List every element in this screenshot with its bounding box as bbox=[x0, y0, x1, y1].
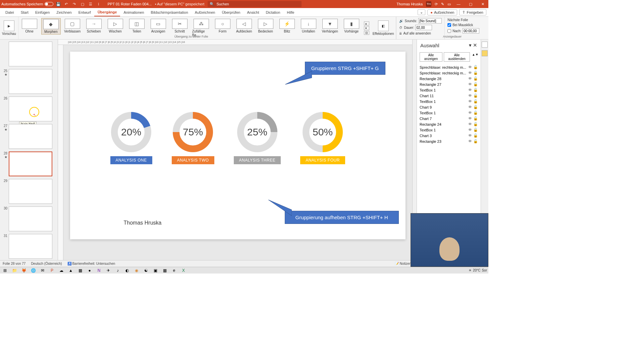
redo-icon[interactable]: ↷ bbox=[72, 2, 77, 6]
selection-item[interactable]: Chart 3👁🔓 bbox=[420, 133, 478, 138]
lock-icon[interactable]: 🔓 bbox=[473, 65, 478, 69]
side-btn-1[interactable] bbox=[482, 42, 488, 48]
explorer-icon[interactable]: 📁 bbox=[11, 267, 18, 274]
selection-item[interactable]: Chart 7👁🔓 bbox=[420, 116, 478, 121]
transition-verhängen[interactable]: ▼Verhängen bbox=[320, 18, 340, 34]
transition-morphen[interactable]: ◆Morphen bbox=[41, 18, 61, 35]
app-icon-1[interactable]: ☁ bbox=[58, 267, 65, 274]
app-icon-9[interactable]: ▦ bbox=[161, 267, 168, 274]
lock-icon[interactable]: 🔓 bbox=[473, 139, 478, 143]
selection-item[interactable]: Rectangle 23👁🔓 bbox=[420, 138, 478, 144]
selection-item[interactable]: Rectangle 27👁🔓 bbox=[420, 81, 478, 87]
share-button[interactable]: ⇪ Freigeben bbox=[459, 9, 486, 15]
selection-item[interactable]: TextBox 1👁🔓 bbox=[420, 87, 478, 93]
visibility-icon[interactable]: 👁 bbox=[468, 105, 472, 109]
visibility-icon[interactable]: 👁 bbox=[468, 65, 472, 69]
excel-icon[interactable]: X bbox=[180, 267, 187, 274]
callout-ungroup[interactable]: Gruppierung aufheben STRG +SHIFT+ H bbox=[285, 211, 399, 224]
tab-datei[interactable]: Datei bbox=[2, 8, 17, 16]
tab-animationen[interactable]: Animationen bbox=[120, 8, 147, 16]
app-icon-3[interactable]: ● bbox=[86, 267, 93, 274]
visibility-icon[interactable]: 👁 bbox=[468, 88, 472, 92]
slide-thumbnail[interactable]: 29 bbox=[2, 179, 56, 204]
selection-item[interactable]: Chart 9👁🔓 bbox=[420, 104, 478, 110]
selpane-dropdown-icon[interactable]: ▾ bbox=[469, 42, 472, 48]
user-avatar[interactable]: TH bbox=[426, 1, 431, 7]
lock-icon[interactable]: 🔓 bbox=[473, 105, 478, 109]
telegram-icon[interactable]: ✈ bbox=[105, 267, 112, 274]
lock-icon[interactable]: 🔓 bbox=[473, 88, 478, 92]
tab-start[interactable]: Start bbox=[17, 8, 32, 16]
callout-group[interactable]: Gruppieren STRG +SHIFT+ G bbox=[305, 62, 385, 75]
edge-icon[interactable]: e bbox=[170, 267, 178, 274]
selection-item[interactable]: Chart 11👁🔓 bbox=[420, 93, 478, 99]
tab-bildschirmpräsentation[interactable]: Bildschirmpräsentation bbox=[148, 8, 192, 16]
coming-soon-icon[interactable]: ✎ bbox=[441, 2, 444, 6]
weather-widget[interactable]: ☀ 20°C Sor bbox=[469, 268, 487, 272]
app-icon-6[interactable]: ◉ bbox=[133, 267, 140, 274]
app-icon-2[interactable]: ▦ bbox=[76, 267, 84, 274]
donut-chart[interactable]: 50%ANALYSIS FOUR bbox=[300, 112, 345, 164]
effect-options[interactable]: ◧ Effektoptionen bbox=[371, 17, 396, 39]
transition-umfallen[interactable]: ↓Umfallen bbox=[299, 18, 318, 34]
selection-item[interactable]: Rectangle 28👁🔓 bbox=[420, 76, 478, 81]
search-input[interactable]: 🔍 Suchen bbox=[208, 1, 302, 7]
visibility-icon[interactable]: 👁 bbox=[468, 99, 472, 104]
maximize-button[interactable]: ▢ bbox=[466, 2, 475, 6]
app-icon-5[interactable]: ◐ bbox=[123, 267, 131, 274]
selection-item[interactable]: Rectangle 24👁🔓 bbox=[420, 121, 478, 127]
reorder-down-icon[interactable]: ▾ bbox=[476, 52, 478, 62]
slide-thumbnail[interactable]: 25★ bbox=[2, 69, 56, 94]
onenote-icon[interactable]: N bbox=[95, 267, 103, 274]
transition-schnitt[interactable]: ✂Schnitt bbox=[170, 18, 190, 34]
donut-chart[interactable]: 25%ANALYSIS THREE bbox=[234, 112, 281, 164]
selection-item[interactable]: TextBox 1👁🔓 bbox=[420, 110, 478, 116]
user-name[interactable]: Thomas Hruska bbox=[396, 2, 423, 6]
close-button[interactable]: ✕ bbox=[478, 2, 487, 6]
slide-thumbnail[interactable]: 31 bbox=[2, 234, 56, 259]
slide-thumbnail[interactable]: 27★ bbox=[2, 124, 56, 149]
tab-aufzeichnen[interactable]: Aufzeichnen bbox=[192, 8, 219, 16]
lock-icon[interactable]: 🔓 bbox=[473, 128, 478, 132]
transition-vorhänge[interactable]: ▮Vorhänge bbox=[342, 18, 361, 34]
lock-icon[interactable]: 🔓 bbox=[473, 82, 478, 86]
transition-teilen[interactable]: ◫Teilen bbox=[127, 18, 147, 34]
lock-icon[interactable]: 🔓 bbox=[473, 94, 478, 98]
lock-icon[interactable]: 🔓 bbox=[473, 116, 478, 121]
lock-icon[interactable]: 🔓 bbox=[473, 99, 478, 104]
visibility-icon[interactable]: 👁 bbox=[468, 128, 472, 132]
selection-item[interactable]: Sprechblase: rechteckig m...👁🔓 bbox=[420, 70, 478, 76]
transition-ohne[interactable]: Ohne bbox=[20, 18, 39, 34]
visibility-icon[interactable]: 👁 bbox=[468, 122, 472, 126]
vlc-icon[interactable]: ▲ bbox=[67, 267, 74, 274]
visibility-icon[interactable]: 👁 bbox=[468, 111, 472, 115]
transition-schieben[interactable]: →Schieben bbox=[84, 18, 104, 34]
tab-übergänge[interactable]: Übergänge bbox=[94, 8, 120, 16]
slide-thumbnail[interactable]: 30 bbox=[2, 206, 56, 231]
visibility-icon[interactable]: 👁 bbox=[468, 76, 472, 81]
slide-canvas[interactable]: Gruppieren STRG +SHIFT+ G 20%ANALYSIS ON… bbox=[63, 45, 412, 261]
tab-ansicht[interactable]: Ansicht bbox=[244, 8, 262, 16]
autosave-toggle[interactable]: Automatisches Speichern bbox=[1, 2, 53, 6]
gallery-more-icon[interactable]: ⊟ bbox=[364, 31, 369, 35]
visibility-icon[interactable]: 👁 bbox=[468, 116, 472, 121]
reorder-up-icon[interactable]: ▴ bbox=[473, 52, 475, 62]
transition-form[interactable]: ○Form bbox=[213, 18, 232, 34]
visibility-icon[interactable]: 👁 bbox=[468, 94, 472, 98]
slide-thumbnail-panel[interactable]: 25★26↖[Kein Titel]27★28★293031 bbox=[0, 40, 58, 261]
tab-einfügen[interactable]: Einfügen bbox=[32, 8, 53, 16]
hide-all-button[interactable]: Alle ausblenden bbox=[444, 52, 470, 62]
start-button[interactable]: ⊞ bbox=[1, 267, 9, 274]
app-icon-4[interactable]: ♪ bbox=[114, 267, 121, 274]
lock-icon[interactable]: 🔓 bbox=[473, 122, 478, 126]
document-title[interactable]: PPT 01 Roter Faden 004... bbox=[108, 2, 152, 6]
tab-überprüfen[interactable]: Überprüfen bbox=[218, 8, 244, 16]
chrome-icon[interactable]: 🌐 bbox=[30, 267, 37, 274]
tab-dictation[interactable]: Dictation bbox=[263, 8, 284, 16]
donut-chart[interactable]: 75%ANALYSIS TWO bbox=[172, 112, 214, 164]
side-btn-2[interactable] bbox=[482, 50, 488, 56]
save-icon[interactable]: 💾 bbox=[56, 2, 61, 6]
selpane-close-icon[interactable]: ✕ bbox=[473, 42, 477, 48]
touch-icon[interactable]: ☰ bbox=[88, 2, 93, 6]
firefox-icon[interactable]: 🦊 bbox=[20, 267, 28, 274]
